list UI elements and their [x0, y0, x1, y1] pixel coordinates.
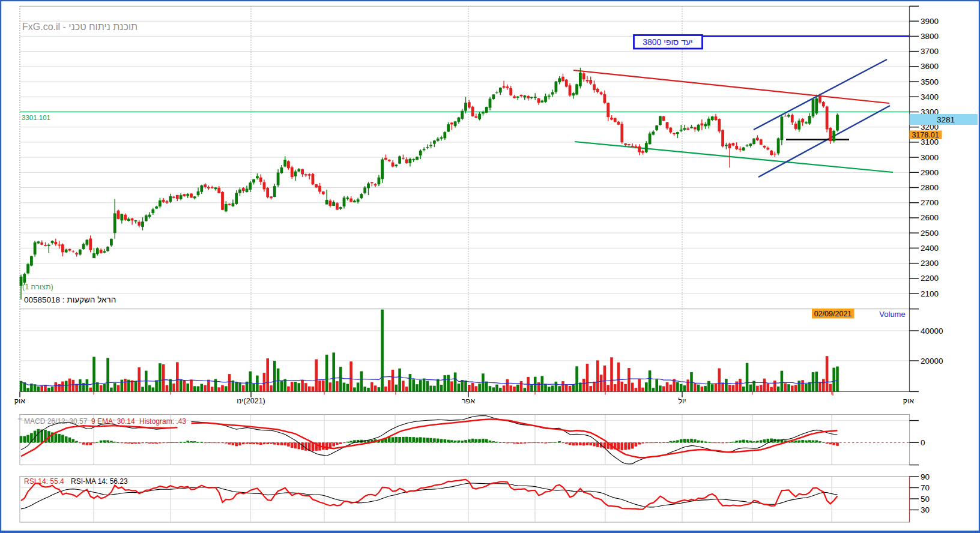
svg-text:3600: 3600	[921, 62, 939, 71]
svg-text:2600: 2600	[921, 213, 939, 222]
svg-text:Volume: Volume	[879, 310, 905, 319]
svg-text:02/09/2021: 02/09/2021	[814, 310, 852, 318]
svg-text:(1 תצורה): (1 תצורה)	[22, 283, 53, 291]
svg-text:50: 50	[921, 495, 930, 504]
svg-text:3800 יעד סופי: 3800 יעד סופי	[643, 37, 692, 47]
svg-text:2700: 2700	[921, 198, 939, 207]
svg-text:3900: 3900	[921, 17, 939, 26]
svg-text:יול: יול	[678, 397, 686, 405]
svg-text:3178.01: 3178.01	[912, 131, 939, 139]
svg-text:90: 90	[921, 472, 930, 481]
svg-text:ינו‎(2021): ינו‎(2021)	[237, 397, 265, 405]
svg-text:40000: 40000	[921, 327, 943, 336]
svg-text:2400: 2400	[921, 244, 939, 253]
svg-text:RSI-MA 14: 56.23: RSI-MA 14: 56.23	[71, 477, 128, 486]
svg-text:MACD 26/12: 30.57: MACD 26/12: 30.57	[24, 417, 88, 426]
svg-text:3301.101: 3301.101	[22, 114, 50, 121]
svg-text:3800: 3800	[921, 32, 939, 41]
svg-text:אוק: אוק	[14, 397, 26, 405]
svg-text:30: 30	[921, 505, 930, 514]
svg-text:3000: 3000	[921, 153, 939, 162]
svg-text:9 EMA: 30.14: 9 EMA: 30.14	[91, 417, 135, 426]
svg-text:00585018 : הראל השקעות: 00585018 : הראל השקעות	[24, 295, 116, 304]
svg-text:3500: 3500	[921, 77, 939, 86]
svg-text:3281: 3281	[937, 115, 955, 124]
svg-text:3700: 3700	[921, 47, 939, 56]
svg-text:2200: 2200	[921, 274, 939, 283]
svg-text:2800: 2800	[921, 183, 939, 192]
svg-text:Histogram: .43: Histogram: .43	[139, 417, 186, 426]
svg-text:3400: 3400	[921, 92, 939, 101]
svg-text:RSI 14: 55.4: RSI 14: 55.4	[24, 477, 64, 486]
svg-text:20000: 20000	[921, 357, 943, 366]
svg-text:70: 70	[921, 483, 930, 492]
svg-text:0: 0	[921, 438, 925, 447]
svg-text:אוק: אוק	[903, 397, 915, 405]
svg-text:אפר: אפר	[462, 397, 475, 405]
svg-text:2300: 2300	[921, 259, 939, 268]
svg-text:FxG.co.il - תוכנת ניתוח טכני: FxG.co.il - תוכנת ניתוח טכני	[22, 22, 138, 32]
svg-text:2500: 2500	[921, 229, 939, 238]
svg-text:2900: 2900	[921, 168, 939, 177]
svg-text:2100: 2100	[921, 289, 939, 298]
